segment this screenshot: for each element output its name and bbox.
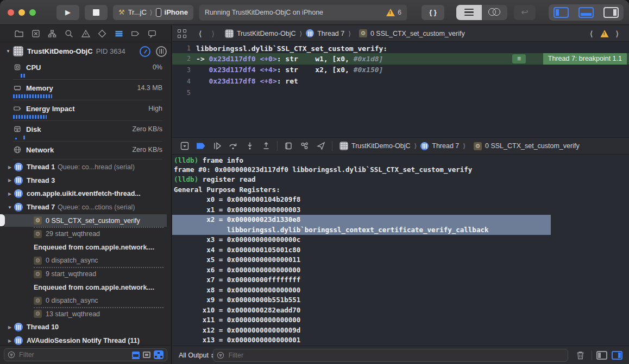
energy-gauge[interactable]: Energy Impact High bbox=[0, 101, 171, 121]
warning-icon[interactable]: ! bbox=[600, 30, 608, 37]
stack-frame-row[interactable]: ⚙ 9 start_wqthread bbox=[0, 267, 171, 281]
thread-row[interactable]: ▶ Thread 1 Queue: co...hread (serial) bbox=[0, 161, 171, 174]
related-items-icon[interactable] bbox=[178, 29, 186, 38]
sidebar-filter-input[interactable] bbox=[18, 350, 129, 359]
breadcrumb-frame[interactable]: 0 SSL_CTX_set_custom_verify bbox=[370, 30, 465, 37]
enqueued-label: Enqueued from com.apple.network.... bbox=[0, 241, 171, 254]
output-scope-selector[interactable]: All Output ▴▾ bbox=[179, 352, 213, 359]
network-gauge[interactable]: Network Zero KB/s bbox=[0, 143, 171, 159]
flattened-frames-button[interactable] bbox=[132, 352, 140, 358]
frame-gear-icon: ⚙ bbox=[474, 142, 482, 150]
sidebar-filter-field[interactable] bbox=[4, 348, 167, 361]
tab-issue-navigator[interactable] bbox=[81, 29, 91, 39]
toggle-navigator-button[interactable] bbox=[551, 6, 571, 19]
zoom-window-button[interactable] bbox=[29, 9, 36, 16]
thread-row[interactable]: ▶ com.apple.uikit.eventfetch-thread... bbox=[0, 187, 171, 201]
previous-issue-button[interactable]: ⟨ bbox=[585, 29, 597, 38]
crashed-threads-icon bbox=[143, 352, 150, 358]
disclosure-icon[interactable]: ▼ bbox=[5, 205, 14, 210]
show-threads-toggle[interactable] bbox=[156, 46, 167, 57]
breadcrumb-project[interactable]: TrustKitDemo-ObjC bbox=[237, 30, 296, 37]
stack-frame-row-selected[interactable]: ⚙ 0 SSL_CTX_set_custom_verify bbox=[0, 214, 171, 227]
view-mode-button[interactable] bbox=[154, 350, 163, 359]
editor-mode-segmented-control bbox=[456, 5, 507, 20]
forward-button[interactable]: ⟩ bbox=[206, 29, 219, 38]
close-window-button[interactable] bbox=[8, 9, 14, 16]
thread-row[interactable]: ▶ Thread 10 bbox=[0, 321, 171, 334]
disclosure-icon[interactable]: ▶ bbox=[5, 191, 14, 196]
frame-gear-icon: ⚙ bbox=[34, 216, 42, 225]
stop-button[interactable] bbox=[85, 5, 108, 20]
disclosure-icon[interactable]: ▶ bbox=[5, 165, 14, 170]
thread-row[interactable]: ▶ Thread 3 bbox=[0, 174, 171, 188]
disclosure-icon[interactable]: ▶ bbox=[5, 325, 14, 330]
next-issue-button[interactable]: ⟩ bbox=[611, 29, 624, 38]
stack-frame-row[interactable]: ⚙ 13 start_wqthread bbox=[0, 308, 171, 321]
tab-debug-navigator[interactable] bbox=[114, 29, 124, 39]
disclosure-icon[interactable]: ▼ bbox=[4, 49, 12, 54]
standard-editor-button[interactable] bbox=[456, 5, 482, 20]
stack-frame-row[interactable]: ⚙ 29 start_wqthread bbox=[0, 227, 171, 241]
console-view-toggle[interactable] bbox=[612, 351, 622, 360]
tab-symbol-navigator[interactable] bbox=[47, 29, 57, 39]
tab-breakpoint-navigator[interactable] bbox=[130, 29, 140, 39]
debugbar-breadcrumb-thread[interactable]: Thread 7 bbox=[432, 142, 459, 150]
back-button[interactable]: ⟨ bbox=[194, 29, 206, 38]
minimize-window-button[interactable] bbox=[18, 9, 25, 16]
toggle-inspector-button[interactable] bbox=[601, 6, 621, 19]
stack-frame-row[interactable]: ⚙ 0 dispatch_async bbox=[0, 254, 171, 267]
process-row[interactable]: ▼ TrustKitDemo-ObjC PID 3634 bbox=[0, 42, 171, 60]
register-line: x9 = 0x00000000b551b551 bbox=[172, 295, 629, 305]
lldb-console[interactable]: (lldb) frame info frame #0: 0x000000023d… bbox=[172, 155, 629, 346]
disclosure-icon[interactable]: ▶ bbox=[5, 339, 14, 343]
step-over-button[interactable] bbox=[225, 140, 242, 152]
tab-test-navigator[interactable] bbox=[97, 29, 107, 39]
cpu-gauge[interactable]: CPU 0% bbox=[0, 60, 171, 80]
show-gauges-toggle[interactable] bbox=[140, 46, 150, 57]
run-button[interactable]: ▶ bbox=[56, 5, 79, 20]
code-review-button[interactable]: { } bbox=[422, 5, 444, 20]
hide-debug-area-button[interactable] bbox=[177, 140, 193, 152]
console-filter-field[interactable] bbox=[213, 349, 568, 362]
simulate-location-button[interactable] bbox=[313, 140, 329, 152]
variables-view-toggle[interactable] bbox=[596, 351, 607, 360]
console-filter-input[interactable] bbox=[227, 351, 564, 360]
tab-find-navigator[interactable] bbox=[64, 29, 74, 39]
toggle-debug-area-button[interactable] bbox=[576, 6, 596, 19]
lldb-command: frame info bbox=[203, 156, 243, 164]
step-into-button[interactable] bbox=[242, 140, 258, 152]
breakpoints-toggle-button[interactable] bbox=[193, 140, 209, 152]
register-line: x3 = 0x000000000000000c bbox=[172, 235, 629, 245]
thread-list: ▶ Thread 1 Queue: co...hread (serial) ▶ … bbox=[0, 161, 171, 347]
flattened-frames-icon bbox=[132, 352, 140, 358]
tab-report-navigator[interactable] bbox=[147, 29, 157, 39]
disk-gauge[interactable]: Disk Zero KB/s bbox=[0, 122, 171, 142]
continue-button[interactable] bbox=[209, 140, 225, 152]
activity-viewer[interactable]: Running TrustKitDemo-ObjC on iPhone ! 6 bbox=[199, 4, 407, 21]
crashed-threads-button[interactable] bbox=[143, 352, 150, 358]
navigator-panel-icon bbox=[553, 7, 569, 18]
scheme-selector[interactable]: ⚒ Tr...jC ⟩ iPhone bbox=[113, 5, 193, 20]
destination-name: iPhone bbox=[165, 8, 188, 16]
thread-row[interactable]: ▼ Thread 7 Queue: co...ctions (serial) bbox=[0, 201, 171, 214]
debugbar-breadcrumb-project[interactable]: TrustKitDemo-ObjC bbox=[351, 142, 411, 150]
clear-console-button[interactable] bbox=[576, 350, 585, 360]
navigator-tab-bar bbox=[0, 25, 171, 42]
step-out-button[interactable] bbox=[258, 140, 274, 152]
stack-frame-row[interactable]: ⚙ 0 dispatch_async bbox=[0, 294, 171, 308]
disclosure-icon[interactable]: ▶ bbox=[5, 178, 14, 183]
tab-project-navigator[interactable] bbox=[14, 29, 24, 39]
memory-graph-button[interactable] bbox=[297, 140, 313, 152]
breakpoint-menu-badge[interactable]: ≡ bbox=[512, 54, 526, 63]
view-hierarchy-button[interactable] bbox=[280, 140, 297, 152]
current-frame-marker bbox=[0, 214, 5, 226]
tab-source-control-navigator[interactable] bbox=[31, 29, 41, 39]
disassembly-editor[interactable]: 1 libboringssl.dylib`SSL_CTX_set_custom_… bbox=[172, 42, 629, 137]
breadcrumb-thread[interactable]: Thread 7 bbox=[317, 30, 344, 37]
version-editor-button[interactable]: ↩ bbox=[514, 5, 536, 20]
debugbar-breadcrumb-frame[interactable]: 0 SSL_CTX_set_custom_verify bbox=[485, 142, 580, 150]
toolbar: ▶ ⚒ Tr...jC ⟩ iPhone Running TrustKitDem… bbox=[0, 0, 629, 25]
memory-gauge[interactable]: Memory 14.3 MB bbox=[0, 81, 171, 100]
assistant-editor-button[interactable] bbox=[482, 5, 507, 20]
breakpoint-line[interactable]: 2 -> 0x23d117df0 <+0>: str w1, [x0, #0x1… bbox=[172, 53, 629, 65]
